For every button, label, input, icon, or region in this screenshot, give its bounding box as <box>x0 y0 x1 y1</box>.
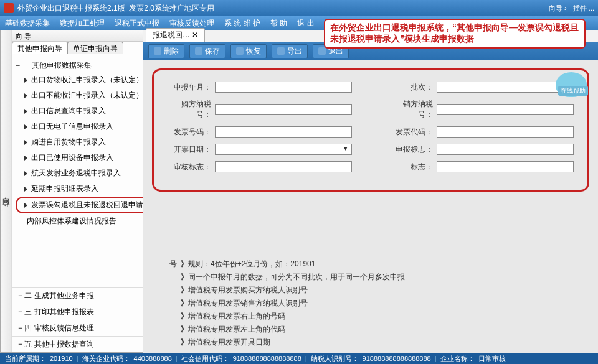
tree-item[interactable]: 出口不能收汇申报录入（未认定） <box>16 88 162 103</box>
status-credit-value: 918888888888888888 <box>233 355 301 362</box>
tree-group-2[interactable]: − 二 生成其他业务申报 <box>12 287 166 304</box>
tree-item[interactable]: 出口已使用设备申报录入 <box>16 150 162 166</box>
menu-item[interactable]: 审核反馈处理 <box>169 18 214 29</box>
menu-item[interactable]: 帮 助 <box>270 18 287 29</box>
declare-ym-input[interactable] <box>215 82 352 93</box>
arrow-icon <box>24 187 27 192</box>
status-period-value: 201910 <box>50 355 73 362</box>
rule-text: 同一个申报年月的数据，可分为不同批次，用于同一个月多次申报 <box>188 273 405 281</box>
label-declare-ym: 申报年月： <box>168 82 211 93</box>
arrow-icon <box>24 109 27 114</box>
subtab-cert-declare[interactable]: 单证申报向导 <box>67 42 123 54</box>
export-button[interactable]: 导出 <box>272 44 308 58</box>
tree-item[interactable]: 出口信息查询申报录入 <box>16 103 162 119</box>
label-seller-tax: 销方纳税号： <box>389 99 433 120</box>
status-period-label: 当前所属期： <box>5 354 46 363</box>
delete-button[interactable]: 删除 <box>148 44 184 58</box>
exit-icon <box>318 47 326 55</box>
titlebar-wizard-link[interactable]: 向导 › <box>549 4 567 13</box>
label-flag: 标志： <box>389 162 433 172</box>
rules-lead: 号 <box>164 259 177 269</box>
tree-item[interactable]: 购进自用货物申报录入 <box>16 134 162 150</box>
label-invoice-code: 发票代码： <box>389 127 433 138</box>
titlebar: 外贸企业出口退税申报系统2.1版_发票2.0系统推广地区专用 向导 › 插件 .… <box>0 0 598 16</box>
app-title: 外贸企业出口退税申报系统2.1版_发票2.0系统推广地区专用 <box>17 3 214 14</box>
status-name-label: 企业名称： <box>440 354 475 363</box>
menu-item[interactable]: 退 出 <box>297 18 314 29</box>
panel-header: 向 导 ↔ ✕ <box>12 30 166 42</box>
undo-icon <box>236 47 244 55</box>
form-zone: 申报年月： 批次： 购方纳税号： 销方纳税号： 发票号码： 发票代码： 开票日期… <box>152 68 589 192</box>
export-icon <box>277 47 285 55</box>
arrow-icon <box>24 78 27 83</box>
callout-annotation: 在外贸企业出口退税申报系统，“其他申报向导—发票误勾退税且未报退税申请录入”模块… <box>324 19 586 49</box>
save-icon <box>195 47 202 55</box>
rule-text: 4位年份+2位月份，如：201901 <box>211 259 315 268</box>
mascot-image: 在线帮助 <box>544 67 593 103</box>
invoice-date-select[interactable] <box>215 144 352 155</box>
restore-button[interactable]: 恢复 <box>230 44 267 58</box>
document-tab[interactable]: 报退税回… ✕ <box>146 28 205 42</box>
arrow-icon <box>24 156 27 161</box>
subtab-other-declare[interactable]: 其他申报向导 <box>12 42 68 54</box>
declare-flag-input[interactable] <box>437 144 574 155</box>
arrow-icon <box>24 171 27 176</box>
label-invoice-no: 发票号码： <box>168 127 211 138</box>
arrow-icon <box>24 124 27 129</box>
right-panel: 报退税回… ✕ 在外贸企业出口退税申报系统，“其他申报向导—发票误勾退税且未报退… <box>143 30 598 353</box>
statusbar: 当前所属期：201910 | 海关企业代码：4403888888 | 社会信用代… <box>0 353 598 364</box>
arrow-icon <box>24 93 27 98</box>
seller-tax-input[interactable] <box>437 104 574 115</box>
status-credit-label: 社会信用代码： <box>181 354 229 363</box>
tree-item[interactable]: 出口无电子信息申报录入 <box>16 119 162 134</box>
rule-label: 规则： <box>188 259 211 268</box>
tree-item[interactable]: 内部风控体系建设情况报告 <box>16 213 162 229</box>
tree-group-1[interactable]: − 一 其他申报数据采集 <box>16 59 162 72</box>
label-invoice-date: 开票日期： <box>168 144 211 155</box>
tree-item[interactable]: 出口货物收汇申报录入（未认定） <box>16 72 162 88</box>
status-tax-label: 纳税人识别号： <box>311 354 359 363</box>
rule-text: 增值税专用发票开具日期 <box>188 338 270 347</box>
invoice-no-input[interactable] <box>215 126 352 138</box>
status-tax-value: 918888888888888888 <box>363 355 431 362</box>
audit-flag-input[interactable] <box>215 161 352 172</box>
trash-icon <box>154 47 161 55</box>
tree-item[interactable]: 航天发射业务退税申报录入 <box>16 166 162 181</box>
save-button[interactable]: 保存 <box>189 44 225 58</box>
arrow-icon <box>24 203 27 208</box>
status-name-value: 日常审核 <box>478 354 506 363</box>
label-buyer-tax: 购方纳税号： <box>168 99 211 120</box>
tree-item[interactable]: 延期申报明细表录入 <box>16 181 162 197</box>
label-audit-flag: 审核标志： <box>168 162 211 172</box>
rule-text: 增值税专用发票购买方纳税人识别号 <box>188 286 308 294</box>
rule-text: 增值税专用发票右上角的号码 <box>188 312 285 320</box>
nav-tree: − 一 其他申报数据采集 出口货物收汇申报录入（未认定） 出口不能收汇申报录入（… <box>12 54 166 287</box>
flag-input[interactable] <box>437 161 574 172</box>
label-declare-flag: 申报标志： <box>389 144 433 155</box>
menu-item[interactable]: 系 统 维 护 <box>224 18 260 29</box>
app-icon <box>4 3 14 13</box>
vertical-tab-wizard[interactable]: 向导 <box>1 30 12 352</box>
menu-item[interactable]: 基础数据采集 <box>5 18 50 29</box>
tree-group-4[interactable]: − 四 审核反馈信息处理 <box>12 320 166 336</box>
buyer-tax-input[interactable] <box>215 104 352 115</box>
menu-item[interactable]: 退税正式申报 <box>115 18 159 29</box>
mascot-tag[interactable]: 在线帮助 <box>558 86 588 96</box>
left-panel: 向导 向 导 ↔ ✕ 其他申报向导 单证申报向导 − 一 其他申报数据采集 出口… <box>0 30 143 353</box>
tree-item-highlighted[interactable]: 发票误勾退税且未报退税回退申请录入 <box>16 197 162 213</box>
panel-title: 向 导 <box>16 32 31 40</box>
titlebar-more-link[interactable]: 插件 ... <box>573 4 594 13</box>
rule-text: 增值税专用发票销售方纳税人识别号 <box>188 299 308 307</box>
tree-group-3[interactable]: − 三 打印其他申报报表 <box>12 304 166 320</box>
status-customs-value: 4403888888 <box>134 355 172 362</box>
tree-group-5[interactable]: − 五 其他申报数据查询 <box>12 336 166 352</box>
arrow-icon <box>24 140 27 145</box>
menu-item[interactable]: 数据加工处理 <box>60 18 105 29</box>
rules-panel: 号》规则：4位年份+2位月份，如：201901 》同一个申报年月的数据，可分为不… <box>152 254 589 353</box>
rule-text: 增值税专用发票左上角的代码 <box>188 325 285 334</box>
invoice-code-input[interactable] <box>437 126 574 138</box>
label-batch: 批次： <box>389 82 433 93</box>
status-customs-label: 海关企业代码： <box>82 354 130 363</box>
